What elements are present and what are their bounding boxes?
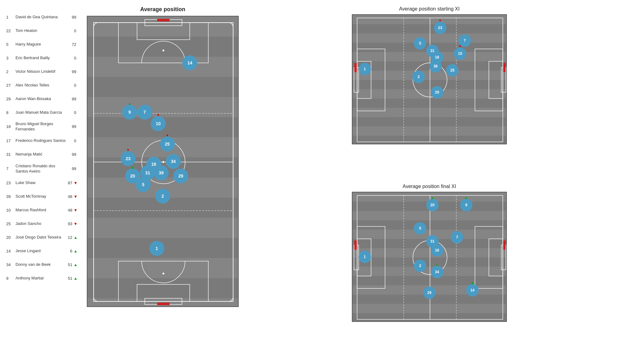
svg-rect-24 bbox=[157, 303, 170, 305]
player-score: 99 bbox=[68, 152, 76, 157]
player-name: Cristiano Ronaldo dos Santos Aveiro bbox=[16, 164, 68, 174]
player-name: David de Gea Quintana bbox=[16, 15, 68, 20]
player-score: 51 bbox=[64, 262, 72, 267]
bubble-number: 2 bbox=[419, 264, 421, 268]
player-score: 0 bbox=[68, 56, 76, 60]
bubble-number: 34 bbox=[171, 159, 176, 164]
player-row: 10Marcus Rashford48▼ bbox=[6, 206, 78, 215]
bubble-number: 39 bbox=[433, 64, 437, 68]
player-name: Aaron Wan-Bissaka bbox=[16, 96, 68, 102]
bubble-number: 29 bbox=[427, 291, 431, 295]
bubble-number: 25 bbox=[165, 142, 170, 147]
bubble-number: 9 bbox=[465, 203, 467, 207]
svg-rect-3 bbox=[87, 97, 239, 117]
player-bubble: 5 bbox=[136, 177, 151, 192]
main-content: Average position bbox=[81, 0, 620, 364]
bubble-number: 29 bbox=[179, 173, 184, 178]
player-name: Bruno Miguel Borges Fernandes bbox=[16, 121, 68, 132]
player-bubble: ▲9 bbox=[460, 199, 472, 211]
svg-point-16 bbox=[162, 50, 164, 51]
player-number: 18 bbox=[6, 124, 16, 129]
player-number: 31 bbox=[6, 152, 16, 157]
player-name: José Diogo Dalot Teixeira bbox=[16, 235, 64, 240]
player-bubble: 29 bbox=[173, 169, 188, 183]
player-list: 1David de Gea Quintana9922Tom Heaton05Ha… bbox=[0, 0, 81, 364]
player-row: 27Alex Nicolao Telles0 bbox=[6, 81, 78, 90]
player-row: 1David de Gea Quintana99 bbox=[6, 12, 78, 22]
bubble-number: 1 bbox=[364, 67, 366, 71]
player-row: 39Scott McTominay48▼ bbox=[6, 192, 78, 201]
final-xi-title: Average position final XI bbox=[403, 184, 456, 189]
player-number: 25 bbox=[6, 221, 16, 226]
player-arrow: ▲ bbox=[73, 262, 78, 267]
player-row: 34Donny van de Beek51▲ bbox=[6, 260, 78, 270]
bubble-number: 10 bbox=[458, 51, 462, 56]
svg-rect-2 bbox=[87, 57, 239, 77]
player-bubble: 14 bbox=[182, 55, 197, 70]
bubble-number: 18 bbox=[435, 55, 439, 59]
player-bubble: ▲14 bbox=[466, 284, 479, 296]
player-row: 8Juan Manuel Mata García0 bbox=[6, 108, 78, 117]
player-bubble: ▼25 bbox=[160, 137, 175, 151]
bubble-arrow-indicator: ▼ bbox=[166, 134, 169, 137]
svg-rect-48 bbox=[352, 211, 507, 220]
center-section: Average position bbox=[87, 6, 239, 358]
bubble-number: 1 bbox=[364, 255, 366, 259]
bubble-arrow-indicator: ▲ bbox=[465, 196, 468, 200]
player-number: 3 bbox=[6, 56, 16, 60]
player-row: 3Eric Bertrand Bailly0 bbox=[6, 53, 78, 63]
bubble-number: 5 bbox=[419, 226, 421, 230]
player-name: Nemanja Matić bbox=[16, 152, 68, 157]
player-row: 20José Diogo Dalot Teixeira12▲ bbox=[6, 233, 78, 242]
player-score: 93 bbox=[64, 221, 72, 226]
player-arrow: ▼ bbox=[73, 194, 78, 199]
player-arrow: ▲ bbox=[73, 249, 78, 253]
bubble-arrow-indicator: ▼ bbox=[126, 148, 130, 152]
bubble-number: 2 bbox=[418, 75, 420, 79]
player-row: 2Victor Nilsson Lindelöf99 bbox=[6, 67, 78, 76]
player-score: 87 bbox=[64, 181, 72, 185]
player-bubble: ▼23 bbox=[121, 151, 135, 166]
player-score: 12 bbox=[64, 235, 72, 240]
right-section: Average position starting XI bbox=[245, 6, 614, 358]
player-score: 0 bbox=[68, 138, 76, 143]
player-score: 99 bbox=[68, 69, 76, 74]
svg-rect-29 bbox=[352, 71, 507, 80]
player-number: 1 bbox=[6, 15, 16, 20]
player-score: 99 bbox=[68, 97, 76, 101]
player-bubble: ▲9 bbox=[122, 105, 137, 120]
main-pitch-svg bbox=[87, 16, 239, 307]
starting-xi-section: Average position starting XI bbox=[245, 6, 614, 181]
svg-rect-50 bbox=[352, 248, 507, 257]
player-row: 22Tom Heaton0 bbox=[6, 26, 78, 35]
bubble-number: 1 bbox=[156, 246, 158, 251]
svg-rect-65 bbox=[503, 240, 506, 250]
player-bubble: ▲20 bbox=[426, 199, 439, 211]
player-bubble: ▼10 bbox=[454, 47, 466, 60]
svg-rect-26 bbox=[352, 15, 507, 24]
player-bubble: 1 bbox=[359, 63, 371, 75]
bubble-number: 23 bbox=[438, 26, 442, 30]
bubble-number: 20 bbox=[130, 173, 135, 178]
player-bubble: ▲34 bbox=[431, 266, 443, 278]
bubble-number: 25 bbox=[450, 68, 454, 72]
bubble-arrow-indicator: ▼ bbox=[157, 113, 160, 117]
bubble-number: 20 bbox=[430, 203, 434, 207]
player-arrow: ▼ bbox=[73, 208, 78, 213]
svg-rect-44 bbox=[503, 63, 506, 72]
player-bubble: 34 bbox=[166, 154, 181, 169]
player-score: 48 bbox=[64, 208, 72, 213]
player-bubble: 7 bbox=[137, 105, 152, 120]
player-bubble: 2 bbox=[414, 260, 426, 272]
player-bubble: 2 bbox=[155, 189, 170, 204]
player-score: 99 bbox=[68, 15, 76, 20]
bubble-number: 5 bbox=[419, 41, 421, 46]
svg-point-12 bbox=[162, 161, 164, 163]
bubble-arrow-indicator: ▲ bbox=[131, 165, 134, 169]
charts-row: Average position bbox=[87, 6, 614, 358]
player-name: Scott McTominay bbox=[16, 194, 64, 199]
player-bubble: 18 bbox=[431, 244, 443, 257]
player-name: Frederico Rodrigues Santos bbox=[16, 138, 68, 143]
player-bubble: 5 bbox=[414, 222, 426, 235]
bubble-arrow-indicator: ▲ bbox=[435, 263, 439, 266]
